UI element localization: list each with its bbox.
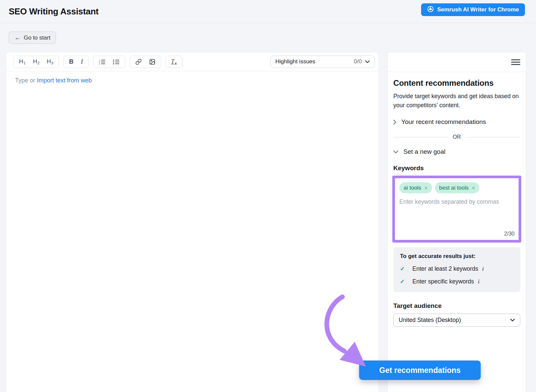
info-icon[interactable]: i [478,279,479,285]
page-title: SEO Writing Assistant [9,6,98,17]
format-button-group: B I [63,56,88,68]
keyword-tag: ai tools × [399,182,432,193]
target-audience-select[interactable]: United States (Desktop) [393,314,520,327]
target-audience-value: United States (Desktop) [399,317,461,324]
clear-format-group: Tx [165,56,183,68]
link-icon[interactable] [132,56,145,68]
editor-toolbar: H1 H2 H3 B I 1 2 3 [6,52,379,71]
editor-placeholder-text: Type or [15,77,35,84]
go-to-start-button[interactable]: ← Go to start [9,31,56,44]
svg-text:3: 3 [99,63,100,65]
check-icon: ✓ [400,278,412,285]
keywords-label: Keywords [393,165,520,172]
or-divider: OR [393,134,520,140]
remove-keyword-icon[interactable]: × [424,185,428,191]
remove-keyword-icon[interactable]: × [472,185,475,191]
sidebar-panel: Content recommendations Provide target k… [387,52,526,392]
recent-recommendations-toggle[interactable]: Your recent recommendations [393,118,520,126]
editor-panel: H1 H2 H3 B I 1 2 3 [6,52,379,392]
tip-item: ✓ Enter specific keywords i [400,278,514,285]
tip-item: ✓ Enter at least 2 keywords i [400,265,514,272]
set-new-goal-label: Set a new goal [403,148,446,155]
highlight-issues-dropdown[interactable]: Highlight issues 0/0 [270,56,375,68]
clear-formatting-icon[interactable]: Tx [168,56,181,68]
sidebar-description: Provide target keywords and get ideas ba… [393,92,520,110]
highlight-issues-count: 0/0 [354,58,362,65]
menu-icon[interactable] [511,58,520,66]
keyword-tag-label: best ai tools [439,185,469,191]
back-arrow-icon: ← [14,35,21,41]
tip-item-label: Enter at least 2 keywords [412,265,478,272]
h2-button[interactable]: H2 [29,56,43,68]
chevron-down-icon [365,60,370,63]
keyword-tag: best ai tools × [435,182,480,193]
tip-item-label: Enter specific keywords [412,278,474,285]
insert-button-group [130,56,161,68]
import-text-link[interactable]: Import text from web [37,77,92,84]
keywords-input[interactable]: ai tools × best ai tools × Enter keyword… [392,176,521,243]
chevron-right-icon [393,120,396,125]
get-recommendations-button[interactable]: Get recommendations [359,361,481,380]
info-icon[interactable]: i [482,266,483,272]
target-audience-label: Target audience [393,302,520,310]
tips-heading: To get accurate results just: [400,253,514,260]
h1-button[interactable]: H1 [15,56,29,68]
go-to-start-label: Go to start [24,35,50,41]
ordered-list-icon[interactable]: 1 2 3 [95,56,109,68]
heading-button-group: H1 H2 H3 [13,56,59,68]
list-button-group: 1 2 3 [93,56,125,68]
chevron-down-icon [393,150,398,153]
keywords-placeholder: Enter keywords separated by commas [399,198,514,205]
recent-recommendations-label: Your recent recommendations [401,118,486,126]
editor-text-area[interactable]: Type or Import text from web [15,77,379,84]
set-new-goal-toggle[interactable]: Set a new goal [393,148,520,155]
highlight-issues-label: Highlight issues [275,58,315,65]
keywords-counter: 2/30 [504,231,515,237]
h3-button[interactable]: H3 [43,56,57,68]
bold-button[interactable]: B [65,56,77,68]
image-icon[interactable] [145,56,159,68]
or-label: OR [453,134,461,140]
bullet-list-icon[interactable] [109,56,123,68]
accuracy-tips-box: To get accurate results just: ✓ Enter at… [393,247,520,292]
chrome-button-label: Semrush AI Writer for Chrome [437,6,519,13]
italic-button[interactable]: I [77,56,86,68]
chevron-down-icon [510,319,515,322]
keyword-tag-label: ai tools [404,185,421,191]
sidebar-header [388,52,526,72]
chrome-extension-button[interactable]: Semrush AI Writer for Chrome [421,3,525,16]
sidebar-title: Content recommendations [393,78,520,88]
chrome-icon [427,6,434,14]
check-icon: ✓ [400,265,412,272]
app-header: SEO Writing Assistant Semrush AI Writer … [0,0,536,23]
